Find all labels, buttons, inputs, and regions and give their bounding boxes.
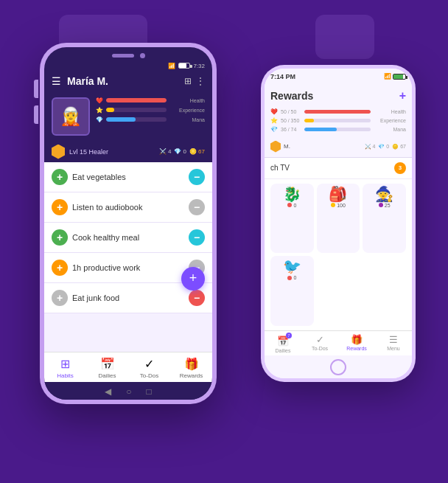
habit-minus-button[interactable]: − — [189, 169, 205, 185]
right-phone-top: 7:14 PM 📶 — [265, 69, 412, 86]
reward-item[interactable]: 🧙 25 — [363, 184, 406, 254]
right-nav-todos[interactable]: ✓ To-Dos — [301, 334, 338, 353]
right-phone: 7:14 PM 📶 Rewards + ❤️ 50 — [261, 65, 416, 382]
habit-plus-button[interactable]: + — [52, 290, 68, 306]
right-battery: 📶 — [384, 73, 406, 80]
battery-fill — [179, 63, 186, 68]
right-health-bar-bg — [304, 110, 371, 114]
right-mana-label: Mana — [374, 127, 406, 132]
status-time: 7:32 — [193, 63, 205, 69]
fab-button[interactable]: + — [181, 267, 205, 291]
right-dailies-label: Dailies — [275, 348, 290, 353]
hamburger-icon[interactable]: ☰ — [52, 75, 61, 87]
habit-minus-button[interactable]: − — [189, 199, 205, 215]
mana-bar-fill — [106, 117, 136, 122]
right-sword-stat: ⚔️ 4 — [365, 144, 376, 150]
reward-item[interactable]: 🐉 0 — [270, 184, 314, 254]
todos-nav-label: To-Dos — [140, 372, 158, 379]
nav-item-rewards[interactable]: 🎁 Rewards — [170, 357, 212, 379]
habit-name: Eat vegetables — [72, 173, 184, 181]
habit-name: Eat junk food — [72, 293, 184, 302]
rewards-grid: 🐉 0 🎒 100 🧙 — [265, 179, 412, 330]
filter-icon[interactable]: ⊞ — [184, 76, 192, 86]
right-mana-bar-fill — [304, 128, 337, 131]
right-nav-rewards[interactable]: 🎁 Rewards — [338, 334, 375, 353]
nav-item-habits[interactable]: ⊞ Habits — [44, 357, 86, 379]
reward-count: 25 — [379, 203, 391, 208]
exp-bar-bg — [106, 108, 167, 112]
habit-plus-button[interactable]: + — [52, 260, 68, 276]
stats-bars: ❤️ Health ⭐ Experience 💎 — [96, 97, 205, 126]
right-level-text: M. — [284, 143, 290, 150]
watch-tv-badge: 3 — [394, 162, 406, 174]
mana-label: Mana — [169, 117, 205, 122]
right-exp-bar-fill — [304, 119, 314, 122]
home-indicator: ◀ ○ □ — [44, 382, 212, 400]
signal-icon: 📶 — [168, 63, 175, 69]
right-home-area — [265, 355, 412, 378]
home-button[interactable]: ○ — [126, 386, 131, 397]
habit-plus-button[interactable]: + — [52, 169, 68, 185]
right-header: Rewards + — [265, 86, 412, 105]
right-exp-value: 50 / 350 — [281, 118, 301, 123]
mana-bar-bg — [106, 117, 167, 122]
habit-plus-button[interactable]: + — [52, 229, 68, 246]
right-health-row: ❤️ 50 / 50 Health — [270, 108, 406, 115]
reward-sprite-chest: 🎒 — [329, 187, 347, 201]
back-button[interactable]: ◀ — [105, 386, 111, 397]
right-menu-label: Menu — [387, 346, 400, 351]
right-rewards-label: Rewards — [346, 346, 367, 351]
habits-nav-icon: ⊞ — [60, 357, 70, 371]
right-time: 7:14 PM — [270, 73, 295, 80]
mana-icon: 💎 — [96, 117, 103, 123]
reward-item[interactable]: 🐦 0 — [270, 256, 314, 326]
dailies-nav-label: Dailies — [98, 372, 116, 379]
reward-sprite-dragon: 🐉 — [283, 187, 301, 201]
right-nav-menu[interactable]: ☰ Menu — [375, 334, 412, 353]
character-section: 🧝 ❤️ Health ⭐ Expe — [44, 91, 212, 142]
avatar-sprite: 🧝 — [53, 99, 88, 134]
rewards-nav-icon: 🎁 — [184, 357, 199, 371]
habit-name: Listen to audiobook — [72, 203, 184, 212]
right-battery-bar — [393, 74, 406, 80]
habit-minus-button[interactable]: − — [189, 229, 205, 246]
nav-item-dailies[interactable]: 📅 Dailies — [86, 357, 128, 379]
left-phone: 📶 7:32 ☰ María M. ⊞ ⋮ 🧝 — [40, 43, 217, 404]
dailies-badge: 7 — [286, 333, 292, 338]
reward-item[interactable]: 🎒 100 — [317, 184, 360, 254]
reward-dot — [287, 276, 292, 280]
health-icon: ❤️ — [96, 97, 103, 104]
health-label: Health — [169, 98, 205, 103]
reward-count: 100 — [331, 203, 346, 208]
right-mana-value: 36 / 74 — [281, 127, 301, 132]
habit-plus-button[interactable]: + — [52, 199, 68, 215]
reward-dot — [331, 203, 335, 207]
notch-pill — [112, 54, 134, 58]
right-add-button[interactable]: + — [399, 89, 406, 102]
character-avatar[interactable]: 🧝 — [52, 97, 90, 136]
list-item: + Listen to audiobook − — [44, 192, 212, 223]
exp-icon: ⭐ — [96, 107, 103, 114]
right-watch-tv-item: ch TV 3 — [265, 158, 412, 179]
right-home-button[interactable] — [330, 359, 346, 375]
app-header: ☰ María M. ⊞ ⋮ — [44, 71, 212, 91]
level-stats: ⚔️ 4 💎 0 🪙 67 — [159, 148, 205, 155]
mana-stat-row: 💎 Mana — [96, 117, 205, 123]
habits-nav-label: Habits — [57, 372, 74, 379]
todos-nav-icon: ✓ — [144, 357, 154, 371]
right-battery-fill — [393, 74, 403, 79]
nav-item-todos[interactable]: ✓ To-Dos — [128, 357, 170, 379]
right-exp-bar-bg — [304, 119, 371, 122]
recents-button[interactable]: □ — [147, 386, 152, 397]
right-health-icon: ❤️ — [270, 108, 278, 115]
dailies-badge-container: 📅 7 — [277, 334, 289, 347]
right-nav-dailies[interactable]: 📅 7 Dailies — [265, 334, 301, 353]
notch-dot — [140, 53, 145, 58]
habit-minus-button[interactable]: − — [189, 290, 205, 306]
gem-stat: 💎 0 — [174, 148, 186, 155]
habits-list: + Eat vegetables − + Listen to audiobook… — [44, 162, 212, 352]
more-icon[interactable]: ⋮ — [196, 76, 205, 86]
left-phone-notch — [44, 47, 212, 61]
right-gem-stat: 💎 0 — [378, 144, 389, 150]
reward-dot — [379, 203, 383, 207]
